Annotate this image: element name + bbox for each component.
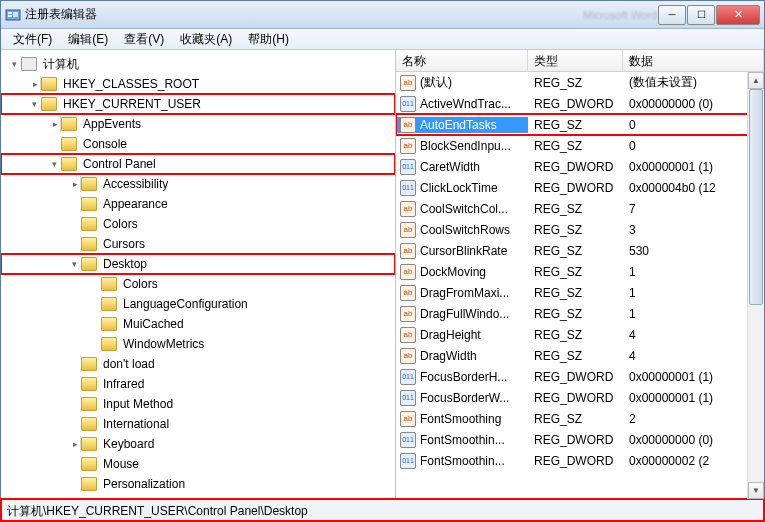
dword-value-icon	[400, 96, 416, 112]
string-value-icon	[400, 348, 416, 364]
tree-node[interactable]: Appearance	[1, 194, 395, 214]
svg-rect-1	[8, 12, 12, 14]
value-name: AutoEndTasks	[420, 118, 497, 132]
value-row[interactable]: ClickLockTimeREG_DWORD0x000004b0 (12	[396, 177, 764, 198]
expand-arrow-icon[interactable]	[47, 116, 61, 132]
expand-arrow-icon[interactable]	[27, 76, 41, 92]
scroll-track[interactable]	[748, 89, 764, 482]
scroll-up-button[interactable]: ▲	[748, 72, 764, 89]
value-row[interactable]: FocusBorderW...REG_DWORD0x00000001 (1)	[396, 387, 764, 408]
scroll-down-button[interactable]: ▼	[748, 482, 764, 499]
value-row[interactable]: ActiveWndTrac...REG_DWORD0x00000000 (0)	[396, 93, 764, 114]
minimize-button[interactable]	[658, 5, 686, 25]
value-row[interactable]: FontSmoothingREG_SZ2	[396, 408, 764, 429]
value-name: (默认)	[420, 74, 452, 91]
list-body[interactable]: (默认)REG_SZ(数值未设置)ActiveWndTrac...REG_DWO…	[396, 72, 764, 499]
value-row[interactable]: DragWidthREG_SZ4	[396, 345, 764, 366]
value-row[interactable]: DockMovingREG_SZ1	[396, 261, 764, 282]
expand-arrow-icon[interactable]	[67, 259, 81, 269]
tree-node[interactable]: HKEY_CURRENT_USER	[1, 94, 395, 114]
content-area: 计算机HKEY_CLASSES_ROOTHKEY_CURRENT_USERApp…	[1, 50, 764, 499]
value-row[interactable]: CoolSwitchCol...REG_SZ7	[396, 198, 764, 219]
tree-node[interactable]: HKEY_CLASSES_ROOT	[1, 74, 395, 94]
tree-node[interactable]: Personalization	[1, 474, 395, 494]
expand-arrow-icon[interactable]	[47, 159, 61, 169]
menu-item[interactable]: 编辑(E)	[60, 29, 116, 50]
string-value-icon	[400, 75, 416, 91]
value-type-cell: REG_DWORD	[528, 181, 623, 195]
menu-item[interactable]: 查看(V)	[116, 29, 172, 50]
tree-node[interactable]: Keyboard	[1, 434, 395, 454]
value-type-cell: REG_DWORD	[528, 160, 623, 174]
value-data-cell: 0x00000002 (2	[623, 454, 764, 468]
value-type-cell: REG_SZ	[528, 265, 623, 279]
value-row[interactable]: CursorBlinkRateREG_SZ530	[396, 240, 764, 261]
list-header[interactable]: 名称 类型 数据	[396, 50, 764, 72]
tree-node[interactable]: Colors	[1, 214, 395, 234]
tree-node[interactable]: don't load	[1, 354, 395, 374]
dword-value-icon	[400, 390, 416, 406]
tree-node[interactable]: LanguageConfiguration	[1, 294, 395, 314]
value-row[interactable]: DragFullWindo...REG_SZ1	[396, 303, 764, 324]
col-name[interactable]: 名称	[396, 50, 528, 71]
menu-item[interactable]: 文件(F)	[5, 29, 60, 50]
string-value-icon	[400, 327, 416, 343]
col-type[interactable]: 类型	[528, 50, 623, 71]
expand-arrow-icon[interactable]	[27, 99, 41, 109]
maximize-button[interactable]	[687, 5, 715, 25]
value-row[interactable]: CaretWidthREG_DWORD0x00000001 (1)	[396, 156, 764, 177]
expand-arrow-icon[interactable]	[67, 176, 81, 192]
titlebar[interactable]: 注册表编辑器 Microsoft Word	[1, 1, 764, 29]
tree-node[interactable]: Colors	[1, 274, 395, 294]
tree-node[interactable]: Mouse	[1, 454, 395, 474]
menu-item[interactable]: 收藏夹(A)	[172, 29, 240, 50]
value-row[interactable]: FontSmoothin...REG_DWORD0x00000000 (0)	[396, 429, 764, 450]
value-row[interactable]: (默认)REG_SZ(数值未设置)	[396, 72, 764, 93]
tree-node[interactable]: Control Panel	[1, 154, 395, 174]
expand-arrow-icon[interactable]	[67, 436, 81, 452]
tree-node-label: HKEY_CLASSES_ROOT	[60, 76, 202, 92]
close-button[interactable]	[716, 5, 760, 25]
value-name-cell: DockMoving	[396, 264, 528, 280]
folder-icon	[81, 217, 97, 231]
value-row[interactable]: BlockSendInpu...REG_SZ0	[396, 135, 764, 156]
tree-node[interactable]: WindowMetrics	[1, 334, 395, 354]
tree-node[interactable]: AppEvents	[1, 114, 395, 134]
value-name-cell: DragWidth	[396, 348, 528, 364]
expand-arrow-icon[interactable]	[7, 59, 21, 69]
tree-node[interactable]: Accessibility	[1, 174, 395, 194]
col-data[interactable]: 数据	[623, 50, 764, 71]
tree-node[interactable]: 计算机	[1, 54, 395, 74]
tree-node[interactable]: Input Method	[1, 394, 395, 414]
menubar: 文件(F)编辑(E)查看(V)收藏夹(A)帮助(H)	[1, 29, 764, 50]
tree-node-label: HKEY_CURRENT_USER	[60, 96, 204, 112]
string-value-icon	[400, 222, 416, 238]
value-data-cell: 1	[623, 286, 764, 300]
tree-node[interactable]: Desktop	[1, 254, 395, 274]
tree-node-label: Personalization	[100, 476, 188, 492]
value-row[interactable]: CoolSwitchRowsREG_SZ3	[396, 219, 764, 240]
value-row[interactable]: AutoEndTasksREG_SZ0	[396, 114, 764, 135]
tree-node[interactable]: Infrared	[1, 374, 395, 394]
value-name: DragHeight	[420, 328, 481, 342]
tree-node[interactable]: Cursors	[1, 234, 395, 254]
value-data-cell: 4	[623, 328, 764, 342]
scroll-thumb[interactable]	[749, 89, 763, 305]
value-row[interactable]: DragFromMaxi...REG_SZ1	[396, 282, 764, 303]
value-row[interactable]: DragHeightREG_SZ4	[396, 324, 764, 345]
menu-item[interactable]: 帮助(H)	[240, 29, 297, 50]
tree-node[interactable]: International	[1, 414, 395, 434]
value-name: FontSmoothin...	[420, 433, 505, 447]
value-row[interactable]: FocusBorderH...REG_DWORD0x00000001 (1)	[396, 366, 764, 387]
tree-pane[interactable]: 计算机HKEY_CLASSES_ROOTHKEY_CURRENT_USERApp…	[1, 50, 396, 499]
vertical-scrollbar[interactable]: ▲ ▼	[747, 72, 764, 499]
value-row[interactable]: FontSmoothin...REG_DWORD0x00000002 (2	[396, 450, 764, 471]
value-name: FontSmoothing	[420, 412, 501, 426]
dword-value-icon	[400, 432, 416, 448]
tree-node[interactable]: MuiCached	[1, 314, 395, 334]
value-data-cell: 530	[623, 244, 764, 258]
string-value-icon	[400, 285, 416, 301]
tree-node[interactable]: Console	[1, 134, 395, 154]
value-name-cell: FontSmoothin...	[396, 432, 528, 448]
window-controls	[657, 5, 760, 25]
